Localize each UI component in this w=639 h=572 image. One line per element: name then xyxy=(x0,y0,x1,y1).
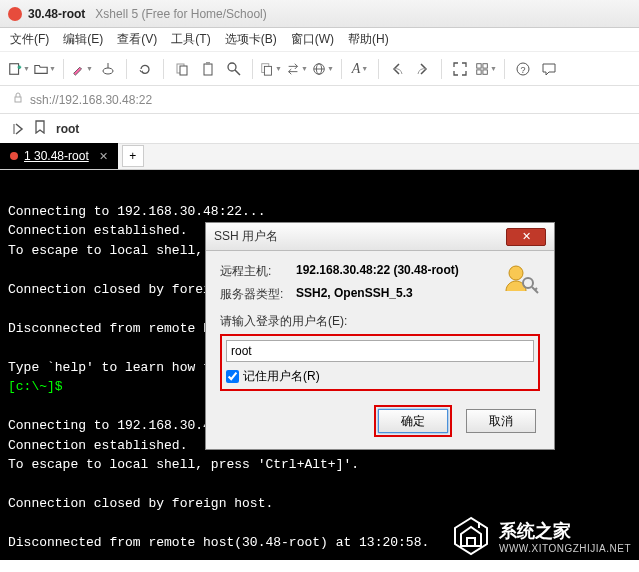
svg-rect-18 xyxy=(477,69,481,73)
remember-username-checkbox[interactable] xyxy=(226,370,239,383)
cancel-button[interactable]: 取消 xyxy=(466,409,536,433)
highlight-box-ok: 确定 xyxy=(374,405,452,437)
svg-rect-7 xyxy=(204,64,212,75)
highlight-box-input: 记住用户名(R) xyxy=(220,334,540,391)
svg-point-24 xyxy=(509,266,523,280)
svg-point-25 xyxy=(523,278,533,288)
menu-tabs[interactable]: 选项卡(B) xyxy=(225,31,277,48)
reconnect-button[interactable] xyxy=(134,58,156,80)
lock-icon xyxy=(12,92,24,107)
svg-rect-28 xyxy=(467,538,475,546)
back-button[interactable] xyxy=(386,58,408,80)
remote-host-value: 192.168.30.48:22 (30.48-root) xyxy=(296,263,459,280)
tab-close-icon[interactable]: ✕ xyxy=(99,150,108,163)
toolbar-separator xyxy=(504,59,505,79)
toolbar-separator xyxy=(378,59,379,79)
toolbar-separator xyxy=(441,59,442,79)
toolbar-separator xyxy=(341,59,342,79)
tab-label: 1 30.48-root xyxy=(24,149,89,163)
app-icon xyxy=(8,7,22,21)
svg-point-3 xyxy=(103,68,113,74)
server-type-label: 服务器类型: xyxy=(220,286,296,303)
svg-rect-22 xyxy=(15,97,21,102)
menu-tools[interactable]: 工具(T) xyxy=(171,31,210,48)
username-input[interactable] xyxy=(226,340,534,362)
svg-rect-0 xyxy=(10,63,19,74)
menu-file[interactable]: 文件(F) xyxy=(10,31,49,48)
ssh-username-dialog: SSH 用户名 ✕ 远程主机: 192.168.30.48:22 (30.48-… xyxy=(205,222,555,450)
transfer-button[interactable]: ▼ xyxy=(286,58,308,80)
svg-point-9 xyxy=(228,63,236,71)
path-bar: root xyxy=(0,114,639,144)
ok-button[interactable]: 确定 xyxy=(378,409,448,433)
clear-button[interactable] xyxy=(97,58,119,80)
dialog-title: SSH 用户名 xyxy=(214,228,278,245)
menu-window[interactable]: 窗口(W) xyxy=(291,31,334,48)
search-button[interactable] xyxy=(223,58,245,80)
toolbar-separator xyxy=(163,59,164,79)
font-button[interactable]: A▼ xyxy=(349,58,371,80)
nav-forward-icon[interactable] xyxy=(12,122,26,136)
svg-text:?: ? xyxy=(520,65,525,75)
svg-line-10 xyxy=(235,70,240,75)
window-title: 30.48-root xyxy=(28,7,85,21)
svg-rect-12 xyxy=(264,66,271,75)
window-subtitle: Xshell 5 (Free for Home/School) xyxy=(95,7,266,21)
layout-button[interactable]: ▼ xyxy=(475,58,497,80)
window-titlebar: 30.48-root Xshell 5 (Free for Home/Schoo… xyxy=(0,0,639,28)
tab-status-dot xyxy=(10,152,18,160)
copy-button[interactable] xyxy=(171,58,193,80)
watermark-name: 系统之家 xyxy=(499,519,631,543)
menu-view[interactable]: 查看(V) xyxy=(117,31,157,48)
watermark-url: WWW.XITONGZHIJIA.NET xyxy=(499,543,631,554)
toolbar-separator xyxy=(63,59,64,79)
dialog-close-button[interactable]: ✕ xyxy=(506,228,546,246)
tab-active[interactable]: 1 30.48-root ✕ xyxy=(0,143,118,169)
toolbar: ▼ ▼ ▼ ▼ ▼ ▼ A▼ ▼ ? xyxy=(0,52,639,86)
menubar: 文件(F) 编辑(E) 查看(V) 工具(T) 选项卡(B) 窗口(W) 帮助(… xyxy=(0,28,639,52)
dialog-titlebar[interactable]: SSH 用户名 ✕ xyxy=(206,223,554,251)
open-button[interactable]: ▼ xyxy=(34,58,56,80)
comment-button[interactable] xyxy=(538,58,560,80)
svg-rect-19 xyxy=(483,69,487,73)
color-tool-button[interactable]: ▼ xyxy=(71,58,93,80)
tab-bar: 1 30.48-root ✕ + xyxy=(0,144,639,170)
remember-username-label[interactable]: 记住用户名(R) xyxy=(243,368,320,385)
forward-button[interactable] xyxy=(412,58,434,80)
fullscreen-button[interactable] xyxy=(449,58,471,80)
paste-button[interactable] xyxy=(197,58,219,80)
svg-rect-6 xyxy=(180,66,187,75)
new-session-button[interactable]: ▼ xyxy=(8,58,30,80)
files-button[interactable]: ▼ xyxy=(260,58,282,80)
toolbar-separator xyxy=(252,59,253,79)
username-prompt: 请输入登录的用户名(E): xyxy=(220,313,540,330)
svg-rect-8 xyxy=(206,62,210,65)
address-url: ssh://192.168.30.48:22 xyxy=(30,93,152,107)
watermark-logo-icon xyxy=(449,514,493,558)
watermark: 系统之家 WWW.XITONGZHIJIA.NET xyxy=(449,514,631,558)
path-current: root xyxy=(56,122,79,136)
svg-line-27 xyxy=(535,288,537,290)
toolbar-separator xyxy=(126,59,127,79)
bookmark-icon[interactable] xyxy=(34,120,50,137)
menu-help[interactable]: 帮助(H) xyxy=(348,31,389,48)
server-type-value: SSH2, OpenSSH_5.3 xyxy=(296,286,413,303)
new-tab-button[interactable]: + xyxy=(122,145,144,167)
remote-host-label: 远程主机: xyxy=(220,263,296,280)
svg-rect-17 xyxy=(483,63,487,67)
globe-button[interactable]: ▼ xyxy=(312,58,334,80)
svg-rect-16 xyxy=(477,63,481,67)
help-button[interactable]: ? xyxy=(512,58,534,80)
user-key-icon xyxy=(502,261,540,299)
menu-edit[interactable]: 编辑(E) xyxy=(63,31,103,48)
address-bar[interactable]: ssh://192.168.30.48:22 xyxy=(0,86,639,114)
